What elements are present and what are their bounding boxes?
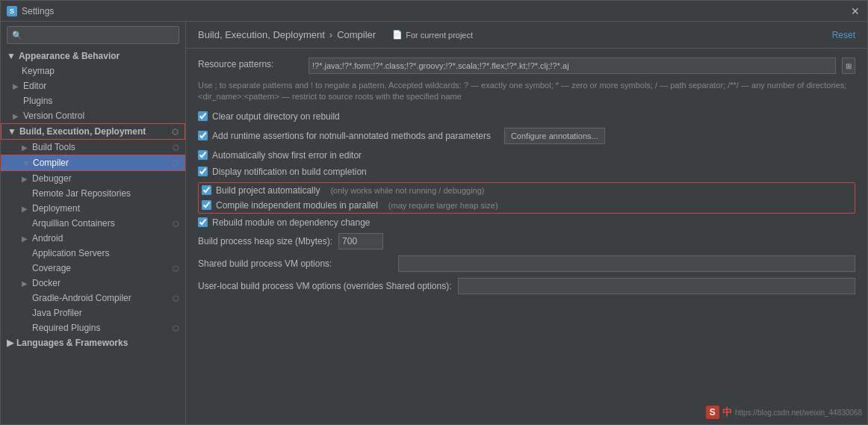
sidebar-item-label: Build Tools [32, 142, 75, 152]
sidebar-item-label: Build, Execution, Deployment [19, 126, 146, 137]
sidebar-item-label: Docker [32, 278, 61, 288]
app-icon: S [7, 6, 17, 16]
sidebar-item-version-control[interactable]: ▶ Version Control [1, 108, 185, 123]
display-notification-label[interactable]: Display notification on build completion [212, 167, 367, 177]
sidebar-item-editor[interactable]: ▶ Editor [1, 78, 185, 93]
configure-annotations-button[interactable]: Configure annotations... [504, 128, 605, 144]
show-first-error-label[interactable]: Automatically show first error in editor [212, 150, 362, 161]
sidebar-item-gradle-android[interactable]: ▶ Gradle-Android Compiler ⬡ [1, 291, 185, 305]
sidebar-item-label: Android [32, 233, 63, 243]
checkbox-display-notification: Display notification on build completion [198, 166, 855, 178]
export-icon: ⬡ [173, 264, 179, 273]
reset-button[interactable]: Reset [832, 30, 855, 40]
arrow-icon: ▶ [22, 279, 29, 288]
sidebar-item-languages[interactable]: ▶ Languages & Frameworks [1, 335, 185, 350]
checkbox-runtime-assertions: Add runtime assertions for notnull-annot… [198, 127, 855, 145]
sidebar-item-label: Languages & Frameworks [16, 338, 128, 348]
sidebar-item-label: Remote Jar Repositories [32, 188, 131, 199]
sidebar-item-docker[interactable]: ▶ Docker [1, 276, 185, 291]
highlighted-checkboxes-box: Build project automatically (only works … [198, 182, 855, 214]
shared-vm-input[interactable] [398, 255, 855, 272]
build-auto-checkbox[interactable] [202, 185, 211, 195]
sidebar-item-label: Gradle-Android Compiler [32, 293, 131, 303]
watermark-zh-label: 中 [722, 406, 732, 419]
clear-output-label[interactable]: Clear output directory on rebuild [212, 111, 340, 122]
sidebar-item-keymap[interactable]: Keymap [1, 63, 185, 78]
shared-vm-label: Shared build process VM options: [198, 258, 392, 269]
checkbox-compile-parallel: Compile independent modules in parallel … [202, 199, 852, 211]
show-first-error-checkbox[interactable] [198, 150, 208, 160]
runtime-assertions-checkbox[interactable] [198, 131, 208, 140]
arrow-icon: ▼ [7, 51, 16, 61]
sidebar-item-label: Version Control [23, 111, 84, 121]
breadcrumb-separator: › [329, 29, 332, 40]
content-header: Build, Execution, Deployment › Compiler … [186, 22, 867, 49]
sidebar-item-android[interactable]: ▶ Android [1, 231, 185, 246]
rebuild-module-checkbox[interactable] [198, 217, 208, 227]
user-vm-input[interactable] [458, 278, 856, 294]
titlebar-left: S Settings [7, 6, 54, 16]
resource-patterns-input[interactable] [309, 58, 836, 74]
content-body: Resource patterns: ⊞ Use ; to separate p… [186, 49, 867, 424]
heap-size-row: Build process heap size (Mbytes): [198, 233, 855, 249]
heap-size-input[interactable] [338, 233, 383, 249]
sidebar-item-java-profiler[interactable]: ▶ Java Profiler [1, 305, 185, 320]
sidebar-item-label: Appearance & Behavior [19, 51, 120, 61]
user-vm-row: User-local build process VM options (ove… [198, 278, 855, 294]
watermark-s-icon: S [706, 406, 719, 419]
compile-parallel-checkbox[interactable] [202, 200, 211, 210]
checkbox-build-auto: Build project automatically (only works … [202, 184, 852, 196]
breadcrumb-parent: Build, Execution, Deployment [198, 29, 325, 40]
sidebar-item-plugins[interactable]: ▶ Plugins [1, 93, 185, 108]
sidebar-item-label: Plugins [23, 96, 52, 106]
sidebar-item-remote-jar[interactable]: ▶ Remote Jar Repositories [1, 186, 185, 201]
build-auto-hint: (only works while not running / debuggin… [330, 186, 484, 195]
arrow-icon: ▶ [22, 205, 29, 213]
rebuild-module-label[interactable]: Rebuild module on dependency change [212, 217, 371, 228]
arrow-icon: ▶ [22, 235, 29, 243]
compile-parallel-label[interactable]: Compile independent modules in parallel [216, 200, 378, 211]
runtime-assertions-label[interactable]: Add runtime assertions for notnull-annot… [212, 131, 491, 141]
display-notification-checkbox[interactable] [198, 167, 208, 176]
sidebar-item-coverage[interactable]: ▶ Coverage ⬡ [1, 261, 185, 276]
sidebar-item-label: Application Servers [32, 248, 109, 258]
content-area: Build, Execution, Deployment › Compiler … [186, 22, 867, 424]
export-icon: ⬡ [172, 128, 179, 136]
compile-parallel-hint: (may require larger heap size) [388, 201, 498, 210]
arrow-icon: ▶ [22, 143, 29, 152]
close-button[interactable]: ✕ [849, 5, 861, 17]
for-project-label: For current project [406, 31, 473, 40]
resource-help-text: Use ; to separate patterns and ! to nega… [198, 80, 855, 103]
build-auto-label[interactable]: Build project automatically [216, 185, 320, 196]
sidebar-item-deployment[interactable]: ▶ Deployment [1, 201, 185, 216]
checkbox-rebuild-module: Rebuild module on dependency change [198, 217, 855, 229]
sidebar-item-label: Arquillian Containers [32, 218, 115, 229]
sidebar-item-arquillian[interactable]: ▶ Arquillian Containers ⬡ [1, 216, 185, 231]
user-vm-label: User-local build process VM options (ove… [198, 281, 452, 291]
sidebar-item-compiler[interactable]: ▼ Compiler ⬡ [1, 155, 185, 171]
export-icon: ⬡ [173, 294, 179, 303]
search-box: 🔍 [7, 26, 179, 44]
expand-button[interactable]: ⊞ [842, 58, 855, 74]
main-content: 🔍 ▼ Appearance & Behavior Keymap ▶ Edito… [1, 22, 867, 424]
sidebar-item-label: Required Plugins [32, 323, 100, 333]
settings-window: S Settings ✕ 🔍 ▼ Appearance & Behavior K… [0, 0, 868, 425]
watermark-url: https://blog.csdn.net/weixin_44830068 [735, 409, 862, 417]
sidebar-item-app-servers[interactable]: ▶ Application Servers [1, 246, 185, 261]
clear-output-checkbox[interactable] [198, 111, 208, 121]
arrow-icon: ▶ [13, 112, 20, 120]
sidebar-item-label: Deployment [32, 203, 80, 214]
watermark: S 中 https://blog.csdn.net/weixin_4483006… [706, 406, 862, 419]
titlebar: S Settings ✕ [1, 1, 867, 22]
sidebar-item-build-execution[interactable]: ▼ Build, Execution, Deployment ⬡ [1, 123, 185, 140]
sidebar-item-debugger[interactable]: ▶ Debugger [1, 171, 185, 186]
sidebar-item-required-plugins[interactable]: ▶ Required Plugins ⬡ [1, 320, 185, 335]
sidebar-item-appearance[interactable]: ▼ Appearance & Behavior [1, 49, 185, 63]
sidebar-item-label: Compiler [33, 158, 69, 168]
search-input[interactable] [25, 31, 174, 40]
resource-patterns-label: Resource patterns: [198, 58, 303, 69]
checkbox-show-first-error: Automatically show first error in editor [198, 149, 855, 161]
project-icon: 📄 [392, 30, 403, 40]
resource-patterns-row: Resource patterns: ⊞ [198, 58, 855, 74]
sidebar-item-build-tools[interactable]: ▶ Build Tools ⬡ [1, 140, 185, 155]
